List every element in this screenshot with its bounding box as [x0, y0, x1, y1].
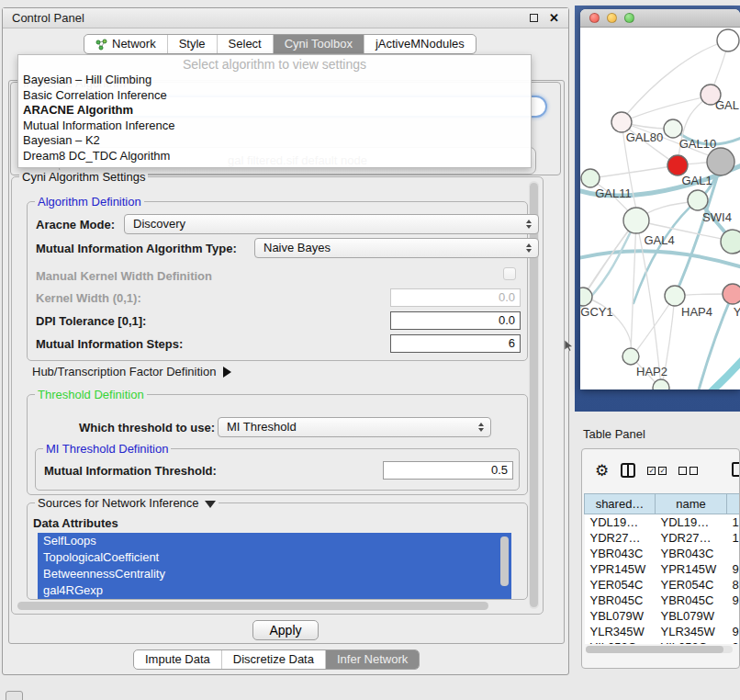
- table-cell: 9.: [727, 593, 740, 608]
- sources-group-title[interactable]: Sources for Network Inference: [35, 496, 219, 510]
- node-label: GAL10: [679, 137, 716, 151]
- table-cell: YBR043C: [656, 546, 727, 561]
- tab-impute-data[interactable]: Impute Data: [134, 650, 221, 669]
- network-node-hap2[interactable]: [622, 348, 639, 365]
- network-window-titlebar: [580, 9, 740, 28]
- table-cell: 9.: [727, 561, 740, 577]
- column-header[interactable]: A: [727, 494, 740, 514]
- attribute-item[interactable]: gal4RGexp: [38, 582, 511, 599]
- algorithm-option[interactable]: Bayesian – K2: [18, 133, 531, 149]
- table-cell: 8.: [727, 577, 740, 593]
- expand-arrow-icon[interactable]: [223, 367, 231, 378]
- algorithm-option[interactable]: Mutual Information Inference: [18, 119, 531, 134]
- cytoscape-desktop: GALGAL80GAL10GAL1GAL11SWI4GAL4GCY1HAP4YH…: [575, 6, 740, 412]
- table-row[interactable]: YDR27…YDR27…12: [585, 530, 740, 546]
- table-cell: YBR045C: [585, 593, 656, 608]
- apply-button[interactable]: Apply: [252, 620, 319, 640]
- hub-definition-label: Hub/Transcription Factor Definition: [32, 365, 216, 378]
- attribute-item[interactable]: SelfLoops: [38, 533, 511, 549]
- attribute-item[interactable]: TopologicalCoefficient: [38, 549, 511, 566]
- network-canvas[interactable]: GALGAL80GAL10GAL1GAL11SWI4GAL4GCY1HAP4YH…: [580, 28, 740, 390]
- which-threshold-combobox[interactable]: MI Threshold: [218, 417, 491, 437]
- table-row[interactable]: YER054CYER054C8.: [585, 577, 740, 593]
- table-row[interactable]: YBL079WYBL079W: [585, 608, 740, 624]
- kernel-width-field[interactable]: 0.0: [390, 288, 521, 307]
- mi-steps-label: Mutual Information Steps:: [36, 337, 183, 351]
- collapse-arrow-icon[interactable]: [205, 501, 216, 508]
- algorithm-dropdown-options: Bayesian – Hill ClimbingBasic Correlatio…: [18, 73, 531, 164]
- network-node[interactable]: [707, 148, 734, 175]
- column-header[interactable]: shared…: [585, 494, 656, 514]
- network-node-swi4[interactable]: [688, 190, 708, 210]
- network-node[interactable]: [721, 230, 740, 254]
- mi-algorithm-type-value: Naive Bayes: [263, 241, 331, 254]
- table-row[interactable]: YDL19…YDL19…13: [585, 514, 740, 531]
- tab-discretize-data[interactable]: Discretize Data: [221, 650, 325, 669]
- network-node-y[interactable]: [723, 284, 740, 304]
- float-window-icon[interactable]: [530, 14, 538, 22]
- mi-threshold-label: Mutual Information Threshold:: [44, 464, 217, 478]
- network-node-gcy1[interactable]: [580, 288, 592, 306]
- columns-icon[interactable]: [621, 463, 635, 478]
- select-all-checks-icon[interactable]: ✓✓: [647, 467, 667, 475]
- mi-steps-field[interactable]: 6: [390, 334, 521, 353]
- network-node-gal11[interactable]: [581, 169, 600, 187]
- column-header[interactable]: name: [656, 494, 727, 514]
- network-node-gal10[interactable]: [664, 119, 682, 138]
- tab-infer-network[interactable]: Infer Network: [325, 650, 419, 669]
- zoom-traffic-light[interactable]: [624, 13, 634, 23]
- table-row[interactable]: YPR145WYPR145W9.: [585, 561, 740, 577]
- table-row[interactable]: YIL052CYIL052C9.: [585, 639, 740, 644]
- tab-network[interactable]: Network: [84, 35, 167, 53]
- aracne-mode-label: Aracne Mode:: [36, 218, 115, 231]
- dpi-tolerance-field[interactable]: 0.0: [390, 311, 521, 330]
- aracne-mode-combobox[interactable]: Discovery: [124, 214, 539, 234]
- algorithm-dropdown-placeholder[interactable]: Select algorithm to view settings: [18, 57, 531, 73]
- network-node-gal80[interactable]: [611, 112, 632, 132]
- control-panel-title: Control Panel: [12, 11, 84, 25]
- hub-definition-section[interactable]: Hub/Transcription Factor Definition: [32, 365, 231, 378]
- table-horizontal-scrollbar[interactable]: [586, 646, 733, 653]
- corner-button[interactable]: [6, 691, 23, 700]
- settings-horizontal-scrollbar[interactable]: [17, 602, 530, 610]
- close-icon[interactable]: ✕: [549, 14, 559, 23]
- close-traffic-light[interactable]: [589, 13, 600, 23]
- table-cell: YDR27…: [585, 530, 656, 546]
- algorithm-option[interactable]: Basic Correlation Inference: [18, 88, 531, 104]
- network-node[interactable]: [653, 379, 669, 390]
- tab-style[interactable]: Style: [167, 35, 217, 53]
- table-cell: YLR345W: [656, 624, 727, 639]
- network-edge: [631, 220, 636, 354]
- table-row[interactable]: YLR345WYLR345W9.: [585, 624, 740, 639]
- network-node-gal4[interactable]: [623, 208, 649, 233]
- mi-threshold-field[interactable]: 0.5: [383, 461, 513, 480]
- table-cell: YLR345W: [585, 624, 656, 639]
- network-node-hap4[interactable]: [665, 286, 685, 306]
- minimize-traffic-light[interactable]: [607, 13, 617, 23]
- tab-jactivemnodules[interactable]: jActiveMNodules: [364, 35, 476, 53]
- manual-kernel-width-label: Manual Kernel Width Definition: [36, 269, 212, 283]
- mi-algorithm-type-combobox[interactable]: Naive Bayes: [254, 238, 539, 258]
- table-row[interactable]: YBR043CYBR043C: [585, 546, 740, 561]
- table-row[interactable]: YBR045CYBR045C9.: [585, 593, 740, 608]
- data-attributes-list[interactable]: SelfLoopsTopologicalCoefficientBetweenne…: [38, 533, 511, 599]
- table-cell: YER054C: [656, 577, 727, 593]
- deselect-all-checks-icon[interactable]: [678, 467, 698, 475]
- attribute-item[interactable]: BetweennessCentrality: [38, 566, 511, 582]
- network-node[interactable]: [717, 29, 739, 51]
- tab-select[interactable]: Select: [217, 35, 273, 53]
- mi-threshold-definition-group: MI Threshold Definition Mutual Informati…: [35, 448, 520, 491]
- algorithm-option[interactable]: Bayesian – Hill Climbing: [18, 73, 531, 88]
- table-panel-title: Table Panel: [583, 427, 645, 441]
- gear-icon[interactable]: ⚙: [595, 463, 609, 479]
- manual-kernel-width-checkbox[interactable]: [503, 267, 516, 280]
- tab-cyni-toolbox[interactable]: Cyni Toolbox: [273, 35, 364, 53]
- threshold-definition-group: Threshold Definition Which threshold to …: [27, 394, 528, 495]
- sources-title-text: Sources for Network Inference: [38, 496, 199, 510]
- algorithm-option[interactable]: Dream8 DC_TDC Algorithm: [18, 149, 531, 164]
- algorithm-option[interactable]: ARACNE Algorithm: [18, 103, 531, 119]
- network-node-gal1[interactable]: [667, 155, 688, 175]
- document-icon[interactable]: [732, 462, 740, 477]
- node-label: GAL11: [595, 186, 632, 200]
- attributes-list-scrollbar[interactable]: [500, 536, 509, 586]
